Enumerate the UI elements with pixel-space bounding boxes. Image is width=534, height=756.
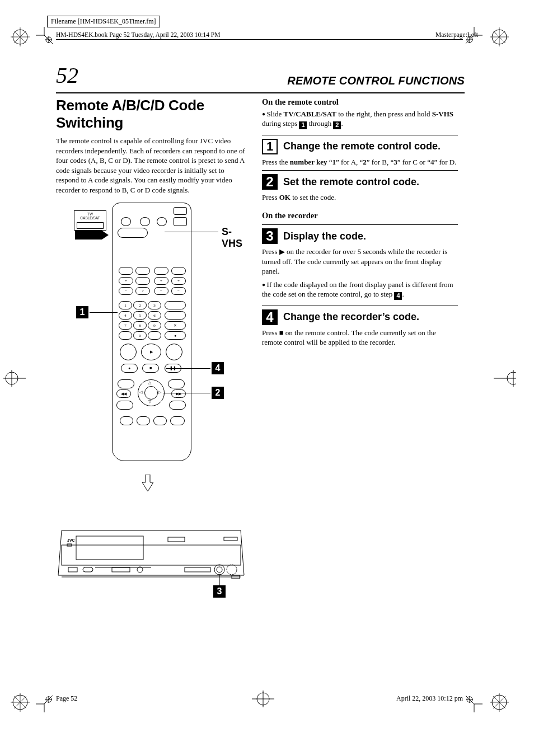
step-4-body: Press ■ on the remote control. The code … xyxy=(262,328,458,348)
corner-cut-tl xyxy=(36,27,53,44)
svg-text:JVC: JVC xyxy=(67,538,75,542)
down-arrow-icon xyxy=(142,475,153,491)
step-4-header: 4 Change the recorder’s code. xyxy=(262,306,458,325)
registration-mark-left xyxy=(3,367,26,389)
subhead-recorder: On the recorder xyxy=(262,210,458,222)
filename-box: Filename [HM-HDS4EK_05Timer.fm] xyxy=(47,16,160,27)
bullet-slide: Slide TV/CABLE/SAT to the right, then pr… xyxy=(262,109,458,129)
callout-4: 4 xyxy=(212,362,224,374)
article-title: Remote A/B/C/D Code Switching xyxy=(56,97,246,132)
svg-marker-41 xyxy=(75,231,109,240)
step-3-note: If the code displayed on the front displ… xyxy=(262,280,458,300)
callout-1: 1 xyxy=(76,306,88,318)
corner-cut-bl xyxy=(36,696,53,712)
subhead-remote: On the remote control xyxy=(262,97,458,108)
registration-mark-tr xyxy=(488,26,510,48)
masterpage-label: Masterpage:Left xyxy=(435,31,478,38)
registration-mark-br xyxy=(488,691,510,713)
callout-2: 2 xyxy=(212,387,224,399)
svhs-callout: S-VHS xyxy=(222,226,246,250)
footer-page: Page 52 xyxy=(56,694,77,703)
registration-mark-right xyxy=(494,367,516,389)
title-underline xyxy=(56,92,465,93)
header-rule xyxy=(56,39,463,40)
remote-diagram: TV/ CABLE/SAT + + + − ? − − 1 xyxy=(56,203,246,471)
intro-paragraph: The remote control is capable of control… xyxy=(56,136,246,195)
page-number: 52 xyxy=(56,63,78,88)
corner-cut-br xyxy=(466,696,483,712)
svg-marker-42 xyxy=(142,475,153,491)
step-3-body: Press ▶ on the recorder for over 5 secon… xyxy=(262,247,458,276)
step-1-header: 1 Change the remote control code. xyxy=(262,135,458,154)
step-2-header: 2 Set the remote control code. xyxy=(262,170,458,190)
step-2-body: Press OK to set the code. xyxy=(262,192,458,203)
callout-3: 3 xyxy=(213,585,226,598)
footer-timestamp: April 22, 2003 10:12 pm xyxy=(396,694,463,703)
step-3-header: 3 Display the code. xyxy=(262,224,458,244)
registration-mark-tl xyxy=(9,26,31,48)
registration-mark-bl xyxy=(9,691,31,713)
step-1-body: Press the number key “1” for A, “2” for … xyxy=(262,157,458,167)
registration-mark-bc xyxy=(252,688,274,710)
recorder-diagram: JVC xyxy=(56,519,246,603)
section-title: REMOTE CONTROL FUNCTIONS xyxy=(287,74,465,87)
book-info-line: HM-HDS4EK.book Page 52 Tuesday, April 22… xyxy=(56,31,220,38)
